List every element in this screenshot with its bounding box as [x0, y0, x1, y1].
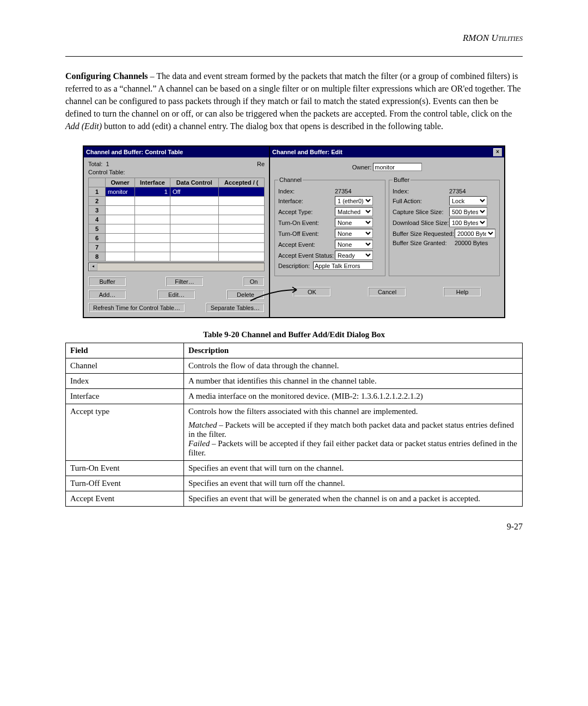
- field-cell: Interface: [66, 389, 184, 404]
- ch-accept-status-label: Accept Event Status:: [278, 252, 333, 259]
- table-row[interactable]: 5: [89, 224, 265, 234]
- cell: [135, 197, 170, 206]
- cell: [218, 187, 264, 197]
- table-row: ChannelControls the flow of data through…: [66, 358, 523, 374]
- control-table-grid[interactable]: Owner Interface Data Control Accepted / …: [88, 178, 265, 261]
- table-row: Turn-On EventSpecifies an event that wil…: [66, 461, 523, 476]
- field-cell: Index: [66, 374, 184, 389]
- full-action-select[interactable]: Lock: [449, 196, 487, 205]
- running-head: RMON Utilities: [65, 33, 523, 44]
- description-cell: A media interface on the monitored devic…: [184, 389, 523, 404]
- ok-button[interactable]: OK: [293, 287, 331, 297]
- table-row: InterfaceA media interface on the monito…: [66, 389, 523, 404]
- ch-accept-event-label: Accept Event:: [278, 241, 333, 248]
- on-button[interactable]: On: [243, 277, 265, 287]
- table-row[interactable]: 4: [89, 215, 265, 224]
- row-number: 6: [89, 234, 106, 243]
- cell: [106, 206, 135, 215]
- cell: [170, 252, 218, 261]
- para-text-2: button to add (edit) a channel entry. Th…: [102, 121, 443, 131]
- buffer-button[interactable]: Buffer: [88, 277, 126, 287]
- edit-titlebar: Channel and Buffer: Edit ×: [270, 147, 504, 157]
- table-row[interactable]: 1monitor1Off: [89, 187, 265, 197]
- buffer-legend: Buffer: [393, 176, 411, 183]
- cancel-button[interactable]: Cancel: [368, 287, 406, 297]
- delete-button[interactable]: Delete: [226, 290, 265, 300]
- page-number: 9-27: [65, 522, 523, 532]
- separate-tables-button[interactable]: Separate Tables…: [206, 303, 265, 313]
- para-ital: Add (Edit): [65, 121, 102, 131]
- buf-index-value: 27354: [449, 188, 466, 194]
- th-description: Description: [184, 343, 523, 358]
- buffer-size-req-select[interactable]: 20000 Bytes: [455, 229, 495, 238]
- field-cell: Accept Event: [66, 491, 184, 507]
- help-button[interactable]: Help: [443, 287, 481, 297]
- cell: [218, 252, 264, 261]
- interface-select[interactable]: 1 (ether0): [335, 196, 373, 205]
- cell: [218, 234, 264, 243]
- table-row: IndexA number that identifies this chann…: [66, 374, 523, 389]
- owner-field[interactable]: [373, 163, 422, 171]
- ch-interface-label: Interface:: [278, 198, 333, 204]
- turn-on-select[interactable]: None: [335, 218, 373, 227]
- ch-turn-on-label: Turn-On Event:: [278, 220, 333, 226]
- table-row[interactable]: 8: [89, 252, 265, 261]
- table-row: Accept typeControls how the filters asso…: [66, 404, 523, 461]
- cell: [170, 206, 218, 215]
- table-row[interactable]: 3: [89, 206, 265, 215]
- download-slice-select[interactable]: 100 Bytes: [449, 218, 487, 227]
- cell: monitor: [106, 187, 135, 197]
- buf-index-label: Index:: [393, 188, 447, 194]
- buf-granted-value: 20000 Bytes: [455, 240, 488, 246]
- horizontal-scrollbar[interactable]: ◂: [88, 263, 265, 271]
- table-row[interactable]: 6: [89, 234, 265, 243]
- row-number: 1: [89, 187, 106, 197]
- accept-event-select[interactable]: None: [335, 240, 373, 249]
- para-lead: Configuring Channels: [65, 71, 148, 81]
- table-row: Turn-Off EventSpecifies an event that wi…: [66, 476, 523, 491]
- refresh-time-button[interactable]: Refresh Time for Control Table…: [88, 303, 185, 313]
- field-cell: Turn-On Event: [66, 461, 184, 476]
- row-number: 8: [89, 252, 106, 261]
- cell: [106, 224, 135, 234]
- owner-label: Owner:: [352, 164, 371, 171]
- description-cell: Controls the flow of data through the ch…: [184, 358, 523, 374]
- buf-granted-label: Buffer Size Granted:: [393, 240, 452, 246]
- total-label: Total:: [88, 161, 102, 167]
- row-number: 5: [89, 224, 106, 234]
- close-icon[interactable]: ×: [493, 148, 502, 156]
- table-row[interactable]: 7: [89, 243, 265, 252]
- description-cell: Specifies an event that will turn off th…: [184, 476, 523, 491]
- cell: [218, 197, 264, 206]
- filter-button[interactable]: Filter…: [166, 277, 204, 287]
- edit-button[interactable]: Edit…: [157, 290, 195, 300]
- turn-off-select[interactable]: None: [335, 229, 373, 238]
- cell: [135, 234, 170, 243]
- edit-title: Channel and Buffer: Edit: [272, 149, 342, 155]
- capture-slice-select[interactable]: 500 Bytes: [449, 207, 487, 216]
- add-button[interactable]: Add…: [88, 290, 126, 300]
- cell: [106, 252, 135, 261]
- table-row[interactable]: 2: [89, 197, 265, 206]
- ch-index-value: 27354: [335, 188, 352, 194]
- cell: [135, 252, 170, 261]
- description-field[interactable]: [313, 261, 373, 270]
- col-rownum: [89, 178, 106, 187]
- cell: [170, 215, 218, 224]
- control-table-sublabel: Control Table:: [88, 169, 265, 175]
- row-number: 4: [89, 215, 106, 224]
- accept-status-select[interactable]: Ready: [335, 251, 373, 260]
- col-interface: Interface: [135, 178, 170, 187]
- body-paragraph: Configuring Channels – The data and even…: [65, 70, 523, 132]
- scroll-left-icon[interactable]: ◂: [89, 263, 97, 271]
- cell: [218, 206, 264, 215]
- cell: [218, 243, 264, 252]
- cell: [218, 215, 264, 224]
- buf-full-action-label: Full Action:: [393, 198, 447, 204]
- accept-type-select[interactable]: Matched: [335, 207, 373, 216]
- buf-capture-label: Capture Slice Size:: [393, 209, 447, 215]
- cell: [106, 234, 135, 243]
- cell: [170, 197, 218, 206]
- control-table-title: Channel and Buffer: Control Table: [86, 149, 183, 155]
- cell: [170, 243, 218, 252]
